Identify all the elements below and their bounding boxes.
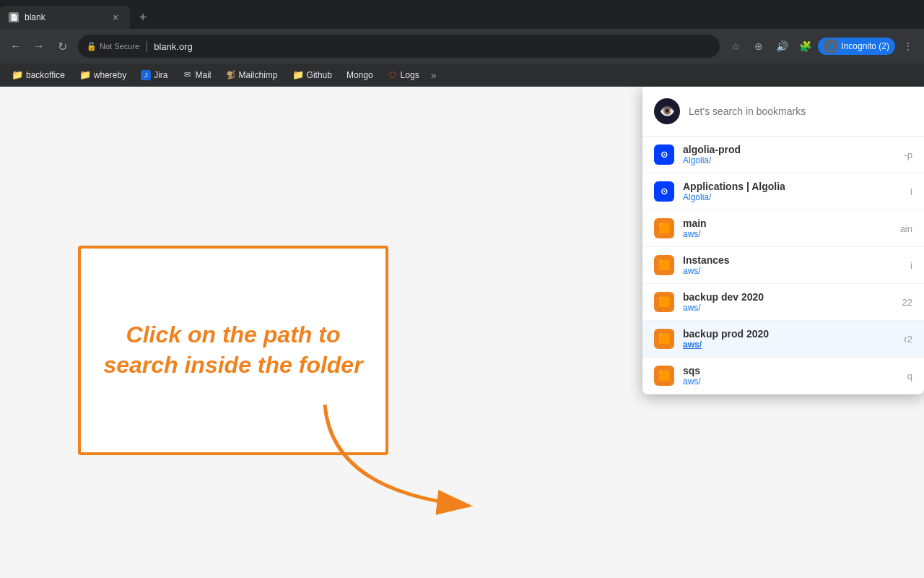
folder-icon: 📁 bbox=[12, 69, 23, 80]
bookmarks-more-button[interactable]: » bbox=[428, 66, 440, 84]
bookmark-jira[interactable]: J Jira bbox=[135, 67, 173, 83]
tab-favicon: 📄 bbox=[9, 12, 19, 22]
bookmark-label: Logs bbox=[401, 70, 419, 80]
item-content: Applications | Algolia Algolia/ bbox=[683, 181, 905, 202]
dropdown-panel: 👁️ ⊙ algolia-prod Algolia/ -p ⊙ bbox=[642, 87, 924, 394]
bookmark-logs[interactable]: ⬡ Logs bbox=[382, 67, 425, 83]
eye-icon: 👁️ bbox=[659, 103, 675, 119]
security-indicator: 🔓 Not Secure bbox=[87, 42, 139, 51]
extension-logo: 👁️ bbox=[654, 98, 680, 124]
bookmark-label: Mail bbox=[196, 70, 212, 80]
jira-favicon: J bbox=[141, 70, 151, 80]
mailchimp-favicon: 🐒 bbox=[226, 70, 236, 80]
item-path[interactable]: aws/ bbox=[683, 229, 894, 239]
toolbar-icons: ☆ ⊕ 🔊 🧩 👤 Incognito (2) ⋮ bbox=[725, 36, 918, 56]
profile-label: Incognito (2) bbox=[841, 41, 889, 51]
item-name: algolia-prod bbox=[683, 144, 898, 155]
item-shortcut: ain bbox=[900, 223, 912, 234]
avatar: 👤 bbox=[824, 39, 838, 53]
new-tab-button[interactable]: + bbox=[133, 7, 153, 27]
bookmark-mail[interactable]: ✉ Mail bbox=[177, 67, 217, 83]
url-bar[interactable]: 🔓 Not Secure | blank.org bbox=[78, 35, 720, 58]
list-item[interactable]: 🟧 main aws/ ain bbox=[642, 210, 924, 247]
item-name: backup dev 2020 bbox=[683, 291, 897, 303]
list-item[interactable]: 🟧 Instances aws/ i bbox=[642, 247, 924, 284]
item-path[interactable]: Algolia/ bbox=[683, 155, 898, 165]
forward-button[interactable]: → bbox=[29, 36, 49, 56]
item-shortcut: l bbox=[910, 186, 912, 197]
nav-buttons: ← → ↻ bbox=[6, 36, 72, 56]
extensions-button[interactable]: 🧩 bbox=[795, 36, 815, 56]
search-header: 👁️ bbox=[642, 87, 924, 137]
algolia-favicon: ⊙ bbox=[654, 144, 674, 165]
bookmark-github[interactable]: 📁 Github bbox=[287, 66, 338, 83]
browser-chrome: 📄 blank × + ← → ↻ 🔓 Not Secure | blank.o… bbox=[0, 0, 924, 87]
bookmark-label: whereby bbox=[94, 70, 126, 80]
reload-button[interactable]: ↻ bbox=[52, 36, 72, 56]
bookmark-whereby[interactable]: 📁 whereby bbox=[74, 66, 132, 83]
folder-icon: 📁 bbox=[292, 69, 304, 80]
item-shortcut: q bbox=[907, 371, 912, 381]
item-name: main bbox=[683, 217, 894, 229]
extension-icon-1[interactable]: ⊕ bbox=[749, 36, 769, 56]
item-shortcut: -p bbox=[904, 150, 912, 160]
bookmark-search-input[interactable] bbox=[689, 105, 912, 117]
bookmark-label: backoffice bbox=[26, 70, 65, 80]
bookmark-star-button[interactable]: ☆ bbox=[725, 36, 746, 56]
tab-close-button[interactable]: × bbox=[110, 12, 121, 23]
list-item[interactable]: 🟧 backup dev 2020 aws/ 22 bbox=[642, 284, 924, 321]
page-content: Click on the path to search inside the f… bbox=[0, 87, 924, 578]
list-item[interactable]: ⊙ Applications | Algolia Algolia/ l bbox=[642, 173, 924, 210]
back-button[interactable]: ← bbox=[6, 36, 26, 56]
item-shortcut: 22 bbox=[902, 297, 912, 308]
bookmark-list: ⊙ algolia-prod Algolia/ -p ⊙ Application… bbox=[642, 137, 924, 394]
item-name: backup prod 2020 bbox=[683, 328, 898, 340]
tooltip-box: Click on the path to search inside the f… bbox=[78, 246, 388, 455]
item-content: main aws/ bbox=[683, 217, 894, 239]
tab-title: blank bbox=[25, 12, 104, 22]
bookmark-label: Jira bbox=[154, 70, 167, 80]
logs-favicon: ⬡ bbox=[388, 70, 398, 80]
aws-favicon: 🟧 bbox=[654, 218, 674, 238]
bookmark-mongo[interactable]: Mongo bbox=[341, 67, 379, 83]
item-content: algolia-prod Algolia/ bbox=[683, 144, 898, 165]
item-path[interactable]: aws/ bbox=[683, 303, 897, 313]
address-bar: ← → ↻ 🔓 Not Secure | blank.org ☆ ⊕ 🔊 🧩 👤… bbox=[0, 29, 924, 64]
item-content: backup prod 2020 aws/ bbox=[683, 328, 898, 350]
tab-bar: 📄 blank × + bbox=[0, 0, 924, 29]
folder-icon: 📁 bbox=[79, 69, 91, 80]
item-name: Applications | Algolia bbox=[683, 181, 905, 192]
profile-button[interactable]: 👤 Incognito (2) bbox=[818, 38, 895, 55]
tooltip-text: Click on the path to search inside the f… bbox=[95, 320, 371, 380]
more-options-button[interactable]: ⋮ bbox=[898, 36, 918, 56]
item-path[interactable]: aws/ bbox=[683, 376, 902, 387]
list-item[interactable]: 🟧 backup prod 2020 aws/ r2 bbox=[642, 321, 924, 358]
item-path[interactable]: aws/ bbox=[683, 266, 905, 276]
item-path-highlighted[interactable]: aws/ bbox=[683, 340, 898, 350]
aws-favicon: 🟧 bbox=[654, 329, 674, 349]
lock-icon: 🔓 bbox=[87, 42, 97, 51]
url-text: blank.org bbox=[154, 41, 192, 52]
list-item[interactable]: 🟧 sqs aws/ q bbox=[642, 358, 924, 394]
item-name: sqs bbox=[683, 365, 902, 376]
item-path[interactable]: Algolia/ bbox=[683, 192, 905, 202]
aws-favicon: 🟧 bbox=[654, 366, 674, 386]
bookmark-label: Mongo bbox=[346, 70, 373, 80]
active-tab[interactable]: 📄 blank × bbox=[0, 6, 130, 29]
aws-favicon: 🟧 bbox=[654, 255, 674, 275]
algolia-favicon: ⊙ bbox=[654, 181, 674, 202]
item-name: Instances bbox=[683, 254, 905, 266]
mail-favicon: ✉ bbox=[183, 70, 193, 80]
aws-favicon: 🟧 bbox=[654, 292, 674, 312]
bookmark-mailchimp[interactable]: 🐒 Mailchimp bbox=[220, 67, 284, 83]
bookmark-backoffice[interactable]: 📁 backoffice bbox=[6, 66, 71, 83]
url-separator: | bbox=[145, 40, 148, 53]
extension-icon-2[interactable]: 🔊 bbox=[772, 36, 792, 56]
list-item[interactable]: ⊙ algolia-prod Algolia/ -p bbox=[642, 137, 924, 173]
item-shortcut: i bbox=[910, 260, 912, 271]
item-content: Instances aws/ bbox=[683, 254, 905, 276]
bookmarks-bar: 📁 backoffice 📁 whereby J Jira ✉ Mail 🐒 M… bbox=[0, 64, 924, 87]
item-content: backup dev 2020 aws/ bbox=[683, 291, 897, 313]
item-shortcut: r2 bbox=[904, 334, 912, 345]
bookmark-label: Github bbox=[307, 70, 332, 80]
